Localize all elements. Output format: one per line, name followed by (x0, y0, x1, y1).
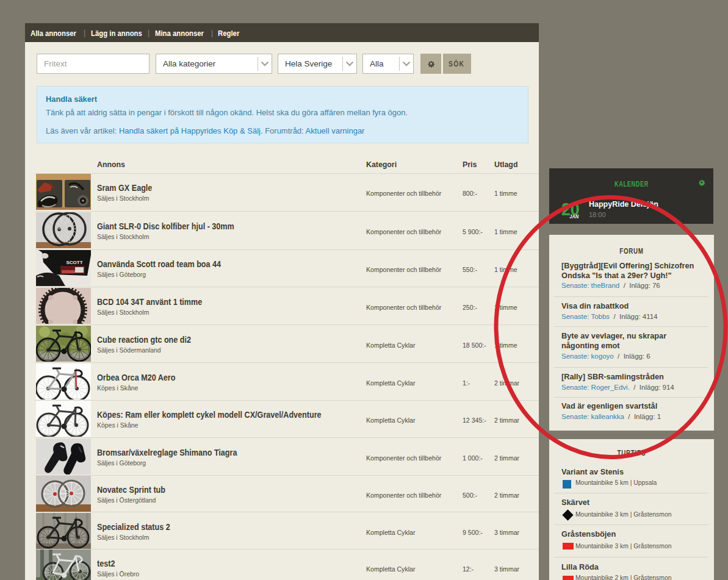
svg-text:SCOTT: SCOTT (66, 260, 82, 265)
